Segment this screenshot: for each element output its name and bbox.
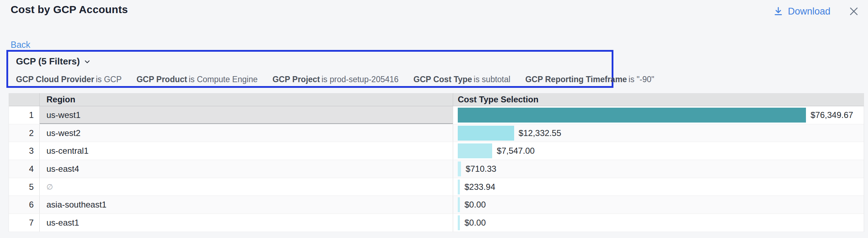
cost-cell: $76,349.67	[453, 106, 864, 124]
region-cell: us-east4	[40, 160, 453, 178]
region-cell: ∅	[40, 178, 453, 196]
row-number: 1	[9, 106, 40, 124]
filter-summary-dropdown[interactable]: GCP (5 Filters)	[16, 56, 91, 67]
filter-chip[interactable]: GCP Product is Compute Engine	[137, 75, 258, 84]
filter-items: GCP Cloud Provider is GCP GCP Product is…	[16, 75, 604, 84]
filter-condition: is prod-setup-205416	[322, 75, 399, 84]
filter-condition: is GCP	[96, 75, 122, 84]
top-actions: Download	[773, 4, 861, 18]
filter-summary-label: GCP (5 Filters)	[16, 56, 80, 67]
filter-condition: is Compute Engine	[189, 75, 257, 84]
cost-cell: $12,332.55	[453, 124, 864, 142]
region-cell: us-west1	[40, 106, 453, 124]
close-icon	[848, 6, 859, 17]
filter-chip[interactable]: GCP Project is prod-setup-205416	[272, 75, 399, 84]
row-number: 2	[9, 124, 40, 142]
cost-bar	[458, 126, 514, 141]
filter-condition: is subtotal	[474, 75, 511, 84]
cost-table: Region Cost Type Selection 1 us-west1 $7…	[9, 93, 864, 232]
filter-label: GCP Product	[137, 75, 187, 84]
table-row[interactable]: 3 us-central1 $7,547.00	[9, 142, 864, 160]
cost-cell: $7,547.00	[453, 142, 864, 160]
table-row[interactable]: 6 asia-southeast1 $0.00	[9, 196, 864, 214]
row-number: 6	[9, 196, 40, 214]
cost-bar	[458, 180, 460, 194]
cost-bar	[458, 197, 460, 212]
cost-bar	[458, 108, 806, 123]
row-number: 3	[9, 142, 40, 160]
cost-value: $12,332.55	[519, 128, 561, 138]
cost-bar	[458, 162, 461, 176]
cost-cell: $0.00	[453, 196, 864, 214]
region-cell: us-central1	[40, 142, 453, 160]
header-cost-type-selection[interactable]: Cost Type Selection	[453, 93, 864, 106]
table-row[interactable]: 1 us-west1 $76,349.67	[9, 106, 864, 124]
cost-cell: $233.94	[453, 178, 864, 196]
table-body: 1 us-west1 $76,349.67 2 us-west2 $12,332…	[9, 106, 864, 232]
table-row[interactable]: 7 us-east1 $0.00	[9, 214, 864, 232]
filter-label: GCP Reporting Timeframe	[525, 75, 627, 84]
cost-cell: $0.00	[453, 214, 864, 232]
chevron-down-icon	[83, 58, 91, 66]
table-header-row: Region Cost Type Selection	[9, 93, 864, 106]
page-title: Cost by GCP Accounts	[11, 4, 128, 16]
cost-value: $0.00	[464, 200, 486, 210]
cost-value: $710.33	[466, 164, 496, 174]
filter-label: GCP Cost Type	[413, 75, 472, 84]
row-number: 4	[9, 160, 40, 178]
cost-cell: $710.33	[453, 160, 864, 178]
table-row[interactable]: 4 us-east4 $710.33	[9, 160, 864, 178]
filter-label: GCP Project	[272, 75, 320, 84]
region-cell: asia-southeast1	[40, 196, 453, 214]
cost-value: $0.00	[464, 218, 486, 228]
close-button[interactable]	[847, 4, 861, 18]
filter-label: GCP Cloud Provider	[16, 75, 94, 84]
cost-value: $7,547.00	[497, 146, 535, 156]
download-icon	[773, 6, 784, 17]
header-region[interactable]: Region	[40, 93, 453, 106]
back-link[interactable]: Back	[11, 40, 30, 50]
header-row-number	[9, 93, 40, 106]
filter-group-box: GCP (5 Filters) GCP Cloud Provider is GC…	[6, 50, 613, 88]
region-cell: us-west2	[40, 124, 453, 142]
filter-condition: is "-90"	[629, 75, 655, 84]
cost-value: $76,349.67	[811, 110, 853, 120]
filter-chip[interactable]: GCP Cloud Provider is GCP	[16, 75, 122, 84]
cost-value: $233.94	[464, 182, 495, 192]
table-row[interactable]: 2 us-west2 $12,332.55	[9, 124, 864, 142]
filter-chip[interactable]: GCP Cost Type is subtotal	[413, 75, 510, 84]
download-button[interactable]: Download	[773, 6, 830, 17]
cost-bar	[458, 143, 492, 158]
download-label: Download	[788, 6, 830, 17]
filter-chip[interactable]: GCP Reporting Timeframe is "-90"	[525, 75, 654, 84]
cost-bar	[458, 215, 460, 230]
row-number: 5	[9, 178, 40, 196]
row-number: 7	[9, 214, 40, 232]
table-row[interactable]: 5 ∅ $233.94	[9, 178, 864, 196]
region-cell: us-east1	[40, 214, 453, 232]
